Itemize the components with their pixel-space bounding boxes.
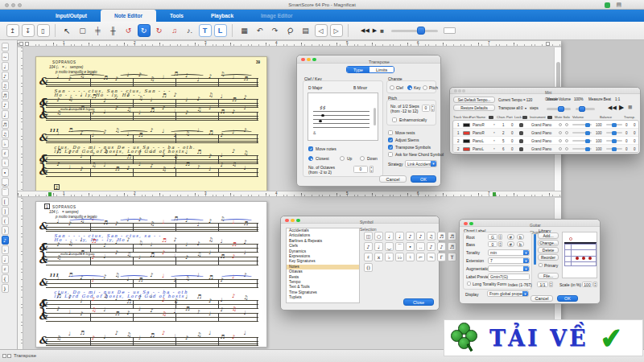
scale-value[interactable]: 100 [582,282,592,287]
play-icon[interactable]: ▶ [619,104,624,111]
symbol-button[interactable]: ♩ [395,232,404,241]
palette-button[interactable]: ♪ [2,72,9,80]
bass-stepper[interactable] [498,241,502,247]
next-page-icon[interactable]: ▷ [330,24,343,37]
balance-slider[interactable] [606,132,622,134]
menubar-list-icon[interactable]: ▤ [616,2,621,8]
undo-icon[interactable]: ↶ [254,24,266,37]
vertical-properties-icon[interactable]: ╫ [107,24,120,37]
extension-dropdown[interactable]: 7 [488,257,530,264]
symbol-button[interactable]: ♭ [385,253,394,261]
guitar-titlebar[interactable]: Guitar Chord [460,220,600,227]
symbol-category-list[interactable]: AccidentalsArticulationsBarlines & Repea… [286,228,360,303]
status-grid-icon[interactable] [2,354,6,358]
solo-radio[interactable] [565,131,568,134]
download-banner[interactable]: TẢI VỀ ✔ [444,320,642,356]
long-tonality-checkbox[interactable] [467,282,471,286]
transpose-tabs[interactable]: Type Limits [346,66,394,73]
import-page-icon[interactable]: ↧ [22,24,35,37]
column-chip[interactable] [489,116,493,119]
primary-checkbox[interactable] [539,263,543,267]
palette-button[interactable]: ( [2,216,9,225]
index-value[interactable]: 1/1 [537,282,548,287]
symbol-button[interactable]: ♩ [385,232,394,241]
symbol-button[interactable]: ♪ [427,242,436,251]
voice-notes-icon[interactable]: ♫ [168,24,181,37]
balance-slider[interactable] [606,124,622,125]
console-titlebar[interactable]: Mini Console [450,88,640,94]
dotted-note-icon[interactable]: ♪. [184,24,196,37]
steps-value[interactable]: 0 [422,105,430,112]
ruler-corner-icon[interactable] [19,42,23,46]
key-radio[interactable] [407,85,412,90]
symbol-button[interactable]: ♬ [448,242,456,251]
measure-beat-slider[interactable] [576,108,595,110]
solo-radio[interactable] [565,139,568,142]
palette-button[interactable]: ) [2,226,9,235]
volume-slider[interactable] [572,148,592,150]
score-page-original[interactable]: SOPRANOS104 (♩ = ♩ sempre)p molto tranqu… [35,56,267,191]
text-tool-icon[interactable]: T [199,24,212,37]
palette-button[interactable]: ♫ [2,130,9,138]
symbol-button[interactable]: ◫ [364,232,373,241]
minimize-icon[interactable] [291,219,295,223]
tab-type[interactable]: Type [347,67,369,72]
symbol-button[interactable]: ♩ [374,242,383,251]
rewind-icon[interactable]: ◀◀ [608,105,617,111]
reorder-button[interactable]: Reorder [538,254,559,261]
play-icon[interactable]: ▶ [373,27,377,34]
palette-button[interactable]: ‿ [2,178,9,187]
symbol-button[interactable]: • [406,242,415,251]
root-sharp-button[interactable]: # [507,234,514,240]
zoom-icon[interactable]: Q [284,24,297,37]
pitch-radio[interactable] [423,85,427,90]
balance-slider[interactable] [606,140,622,142]
palette-button[interactable]: ♩ [2,110,9,119]
category-tuplets[interactable]: Tuplets [287,295,359,300]
mute-radio[interactable] [559,131,562,134]
change-button[interactable]: Change... [538,240,559,246]
chevron-down-icon[interactable]: ▾ [493,131,495,134]
volume-slider[interactable] [572,140,592,142]
ok-button[interactable]: OK [557,295,578,302]
palette-button[interactable]: ♪ [2,236,9,245]
palette-button[interactable]: ♫ [2,81,9,90]
stop-icon[interactable]: ■ [380,27,384,35]
symbol-button[interactable]: ♪ [437,242,446,251]
relink-voices-icon[interactable]: ↻ [153,24,166,37]
tonality-dropdown[interactable]: min [488,249,530,256]
close-button[interactable]: Close [403,298,434,306]
lock-icon[interactable] [519,147,523,151]
move-rests-checkbox[interactable] [388,130,393,135]
lock-icon[interactable] [519,131,523,135]
bass-flat-button[interactable]: b [517,241,524,247]
track-row[interactable]: 2PianoL▾60Grand Piano10000 [453,145,638,153]
symbol-button[interactable]: ♪ [416,232,425,241]
palette-button[interactable]: ♩ [2,255,9,264]
palette-button[interactable]: [ [2,197,9,206]
preview-scrollbar[interactable] [374,108,376,125]
restore-defaults-button[interactable]: Restore Defaults [453,105,495,111]
octaves-value[interactable]: 0 [353,166,368,173]
augmentation-dropdown[interactable] [488,265,530,272]
close-icon[interactable] [454,89,457,93]
chord-diagram-panel[interactable] [562,232,597,278]
label-preview-field[interactable]: Gmin7(G) [488,274,530,280]
symbol-button[interactable]: ⌐ [416,253,425,261]
transpose-titlebar[interactable]: Transpose [297,56,440,64]
tab-image-editor[interactable]: Image Editor [247,10,306,22]
enharmonically-checkbox[interactable] [392,117,397,122]
index-stepper[interactable] [549,282,553,287]
volume-slider[interactable] [572,132,592,134]
palette-button[interactable]: ♯ [2,149,9,158]
palette-button[interactable]: } [2,284,9,293]
horizontal-ruler-split[interactable]: 1234567 [18,191,561,197]
ask-chord-checkbox[interactable] [388,152,393,157]
tab-tools[interactable]: Tools [156,10,197,22]
chevron-down-icon[interactable]: ▾ [525,106,526,110]
symbol-button[interactable]: ‥ [416,242,425,251]
margin-marker-icon[interactable] [493,192,496,196]
palette-button[interactable]: ♭ [2,139,9,148]
close-icon[interactable] [464,222,468,226]
horizontal-properties-icon[interactable]: ╪ [92,24,105,37]
